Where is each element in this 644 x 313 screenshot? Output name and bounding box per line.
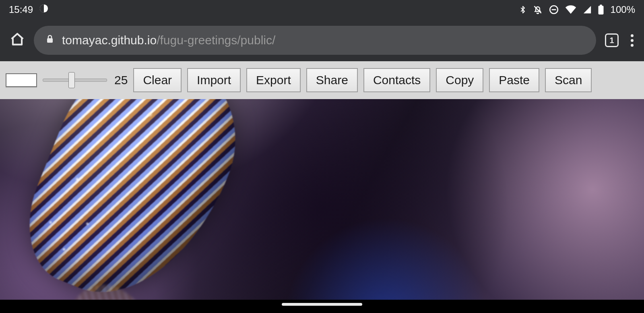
url-path: /fugu-greetings/public/ [157, 33, 275, 47]
cell-signal-icon [582, 5, 592, 14]
canvas-image [8, 99, 262, 300]
paste-button[interactable]: Paste [489, 68, 539, 92]
url-text: tomayac.github.io/fugu-greetings/public/ [62, 33, 275, 47]
android-status-bar: 15:49 100% [0, 0, 644, 19]
data-saver-icon [39, 4, 48, 15]
contacts-button[interactable]: Contacts [363, 68, 430, 92]
home-icon[interactable] [10, 32, 25, 49]
overflow-menu-icon[interactable] [627, 32, 637, 49]
svg-rect-6 [47, 38, 53, 43]
scan-button[interactable]: Scan [545, 68, 592, 92]
import-button[interactable]: Import [187, 68, 241, 92]
brush-size-slider[interactable] [43, 73, 107, 87]
app-toolbar: 25 Clear Import Export Share Contacts Co… [0, 61, 644, 99]
lock-icon [45, 33, 55, 48]
battery-icon [598, 4, 604, 15]
notifications-off-icon [533, 4, 543, 15]
address-bar[interactable]: tomayac.github.io/fugu-greetings/public/ [34, 26, 596, 55]
bluetooth-icon [519, 4, 527, 15]
drawing-canvas[interactable] [0, 99, 644, 300]
url-host: tomayac.github.io [62, 33, 157, 47]
tab-count-value: 1 [609, 36, 614, 45]
battery-percentage: 100% [611, 4, 635, 15]
browser-toolbar: tomayac.github.io/fugu-greetings/public/… [0, 19, 644, 61]
status-clock: 15:49 [9, 4, 33, 15]
android-nav-bar [0, 300, 644, 313]
svg-rect-4 [598, 6, 603, 15]
tab-switcher[interactable]: 1 [605, 33, 619, 47]
brush-size-value: 25 [114, 73, 128, 87]
gesture-handle[interactable] [282, 303, 362, 306]
copy-button[interactable]: Copy [436, 68, 483, 92]
clear-button[interactable]: Clear [133, 68, 182, 92]
do-not-disturb-icon [549, 4, 559, 15]
wifi-icon [565, 5, 577, 15]
color-picker[interactable] [6, 73, 37, 87]
share-button[interactable]: Share [306, 68, 358, 92]
svg-rect-5 [600, 5, 602, 6]
export-button[interactable]: Export [246, 68, 301, 92]
